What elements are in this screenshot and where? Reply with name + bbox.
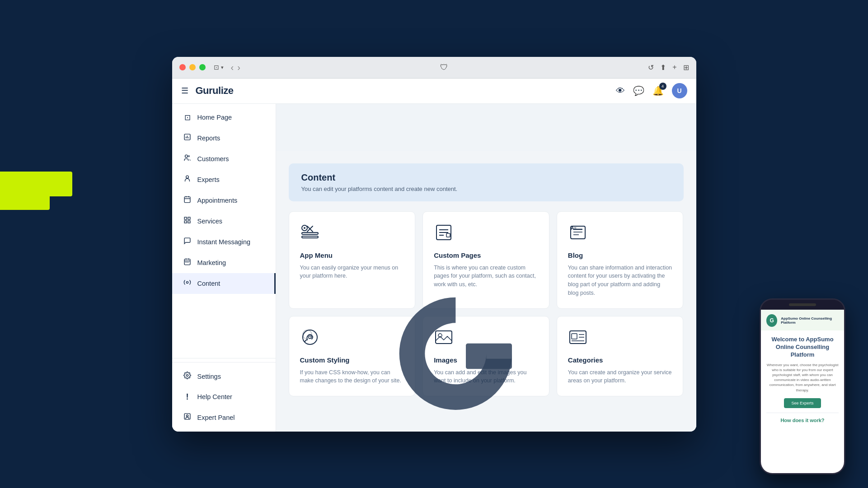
app-menu-icon [300, 223, 320, 242]
card-title: Custom Styling [300, 356, 404, 364]
browser-toolbar-right: ↺ ⬆ + ⊞ [648, 63, 689, 72]
phone-divider [766, 413, 839, 413]
svg-text:A≡: A≡ [571, 226, 577, 231]
phone-notch-bar [789, 303, 816, 306]
card-custom-pages[interactable]: Custom Pages This is where you can creat… [422, 211, 549, 309]
appointments-icon [183, 195, 192, 205]
card-title: Images [434, 356, 538, 364]
maximize-button[interactable] [199, 64, 206, 70]
forward-button[interactable]: › [237, 62, 240, 73]
minimize-button[interactable] [189, 64, 196, 70]
share-icon[interactable]: ⬆ [660, 63, 666, 72]
phone-footer-text: How does it work? [766, 418, 839, 423]
reports-icon [183, 133, 192, 143]
card-blog[interactable]: A≡ Blog You can share information and in… [557, 211, 684, 309]
sidebar-item-help-center[interactable]: ! Help Center [172, 387, 276, 407]
sidebar-item-marketing[interactable]: Marketing [172, 252, 276, 273]
sidebar-item-instant-messaging[interactable]: Instant Messaging [172, 232, 276, 252]
images-icon [434, 327, 454, 347]
sidebar-item-expert-panel[interactable]: Expert Panel [172, 407, 276, 428]
chevron-down-icon: ▾ [221, 65, 224, 70]
svg-rect-7 [184, 196, 190, 202]
grid-view-icon[interactable]: ⊞ [683, 63, 689, 72]
svg-point-39 [303, 330, 317, 344]
sidebar-item-label: Content [197, 280, 221, 287]
close-button[interactable] [179, 64, 186, 70]
shield-icon: 🛡 [440, 63, 448, 72]
sidebar-item-label: Settings [197, 373, 221, 380]
sidebar-item-label: Reports [197, 135, 221, 142]
new-tab-icon[interactable]: + [672, 63, 676, 71]
notifications-icon[interactable]: 🔔 4 [652, 85, 664, 96]
svg-rect-25 [302, 232, 318, 234]
sidebar-item-services[interactable]: Services [172, 211, 276, 232]
sidebar-item-label: Home Page [197, 114, 232, 121]
card-categories[interactable]: Categories You can create and organize y… [557, 316, 684, 397]
card-custom-styling[interactable]: Custom Styling If you have CSS know-how,… [289, 316, 416, 397]
sidebar-item-home-page[interactable]: ⊡ Home Page [172, 107, 276, 128]
card-title: App Menu [300, 251, 404, 259]
card-icon-area [300, 223, 404, 244]
hamburger-menu-icon[interactable]: ☰ [181, 86, 188, 96]
sidebar-item-experts[interactable]: Experts [172, 169, 276, 190]
phone-app-header: G AppSumo Online Counselling Platform [761, 310, 844, 330]
sidebar-icon: ⊡ [214, 64, 219, 71]
app-topbar: ☰ Gurulize 👁 💬 🔔 4 U [172, 79, 696, 104]
help-icon: ! [183, 392, 192, 402]
sidebar-item-label: Appointments [197, 197, 238, 204]
card-icon-area [434, 223, 538, 244]
browser-chrome: ⊡ ▾ ‹ › 🛡 ↺ ⬆ + ⊞ [172, 57, 696, 79]
card-description: You can create and organize your service… [568, 368, 672, 386]
card-description: You can easily organize your menus on yo… [300, 264, 404, 281]
card-icon-area [434, 327, 538, 349]
messaging-icon [183, 237, 192, 247]
sidebar-item-reports[interactable]: Reports [172, 128, 276, 149]
phone-cta-button[interactable]: See Experts [784, 398, 821, 408]
preview-icon[interactable]: 👁 [616, 86, 625, 96]
back-button[interactable]: ‹ [231, 62, 234, 73]
svg-point-24 [186, 414, 188, 416]
phone-welcome-title: Welcome to AppSumo Online Counselling Pl… [766, 336, 839, 359]
card-app-menu[interactable]: App Menu You can easily organize your me… [289, 211, 416, 309]
reload-icon[interactable]: ↺ [648, 63, 654, 72]
chat-icon[interactable]: 💬 [633, 85, 644, 96]
sidebar-item-content[interactable]: Content [172, 273, 276, 294]
cards-grid: App Menu You can easily organize your me… [289, 211, 684, 397]
services-icon [183, 216, 192, 226]
card-images[interactable]: Images You can add and edit the images y… [422, 316, 549, 397]
svg-rect-11 [184, 217, 187, 219]
sidebar-item-label: Expert Panel [197, 414, 235, 421]
sidebar: ⊡ Home Page Reports [172, 104, 276, 432]
svg-rect-45 [572, 334, 577, 339]
main-content: Content You can edit your platforms cont… [276, 151, 696, 432]
yellow-accent-bar-bottom [0, 194, 50, 210]
address-bar[interactable]: 🛡 [246, 63, 643, 72]
card-description: This is where you can create custom page… [434, 264, 538, 289]
experts-icon [183, 175, 192, 185]
notification-badge: 4 [659, 83, 666, 90]
card-title: Custom Pages [434, 251, 538, 259]
phone-mockup: G AppSumo Online Counselling Platform We… [760, 298, 845, 474]
sidebar-item-customers[interactable]: Customers [172, 149, 276, 169]
sidebar-item-label: Marketing [197, 259, 226, 266]
app-container: ☰ Gurulize 👁 💬 🔔 4 U ⊡ H [172, 79, 696, 432]
categories-icon [568, 327, 588, 347]
blog-icon: A≡ [568, 223, 588, 242]
phone-notch [761, 300, 844, 310]
sidebar-nav-section: ⊡ Home Page Reports [172, 104, 276, 354]
sidebar-item-label: Experts [197, 176, 220, 183]
user-avatar[interactable]: U [672, 83, 687, 98]
sidebar-item-label: Instant Messaging [197, 238, 251, 246]
sidebar-item-appointments[interactable]: Appointments [172, 190, 276, 211]
browser-window: ⊡ ▾ ‹ › 🛡 ↺ ⬆ + ⊞ ☰ Gurulize 👁 💬 [172, 57, 696, 432]
sidebar-toggle-button[interactable]: ⊡ ▾ [214, 64, 224, 71]
svg-point-22 [186, 374, 188, 376]
card-icon-area [300, 327, 404, 349]
yellow-accent-bar-top [0, 172, 72, 196]
traffic-lights [179, 64, 206, 70]
sidebar-item-label: Services [197, 218, 223, 225]
topbar-right: 👁 💬 🔔 4 U [616, 83, 687, 98]
marketing-icon [183, 258, 192, 268]
sidebar-item-settings[interactable]: Settings [172, 366, 276, 387]
settings-icon [183, 372, 192, 381]
